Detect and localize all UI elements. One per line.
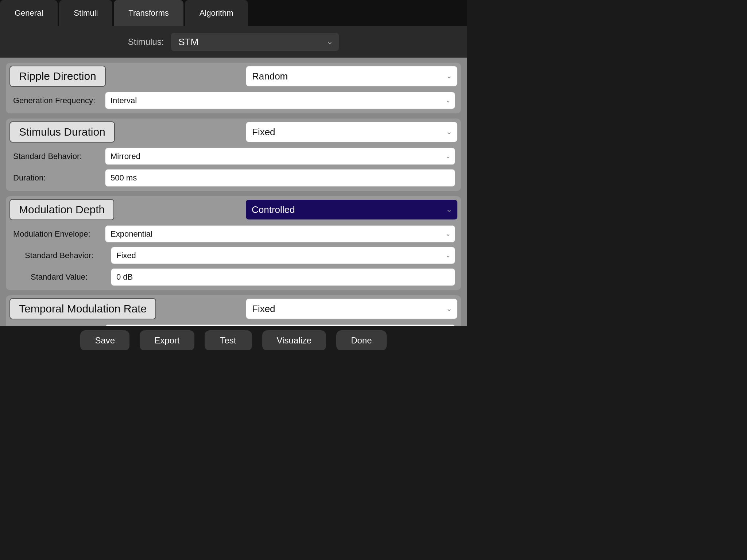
stimulus-dropdown-wrapper: STM STM2 Noise (171, 33, 339, 51)
standard-value-row: Standard Value: (6, 266, 461, 290)
generation-frequency-row: Generation Frequency: Interval Fixed Ran… (6, 90, 461, 113)
temporal-modulation-rate-mode-wrapper: Fixed Random Controlled (156, 295, 461, 322)
stimulus-duration-mode-wrapper: Fixed Random Controlled (115, 118, 461, 145)
modulation-depth-header: Modulation Depth Controlled Fixed Random (6, 196, 461, 223)
modulation-depth-title: Modulation Depth (9, 199, 114, 220)
tab-general[interactable]: General (0, 0, 58, 26)
modulation-depth-mode-select[interactable]: Controlled Fixed Random (246, 200, 457, 219)
standard-behavior-label-mod: Standard Behavior: (19, 251, 107, 260)
ripple-direction-mode-wrapper: Random Fixed Controlled (106, 63, 461, 90)
stimulus-label: Stimulus: (128, 37, 164, 47)
standard-behavior-label-duration: Standard Behavior: (13, 152, 101, 161)
export-button[interactable]: Export (140, 330, 194, 350)
standard-behavior-select-wrapper-tmr: Mirrored Fixed Random (105, 324, 455, 326)
standard-behavior-select-tmr[interactable]: Mirrored Fixed Random (105, 324, 455, 326)
standard-behavior-row-mod: Standard Behavior: Fixed Random Mirrored (6, 245, 461, 266)
temporal-modulation-rate-title: Temporal Modulation Rate (9, 298, 156, 319)
modulation-depth-mode-wrapper: Controlled Fixed Random (114, 196, 461, 223)
standard-value-input[interactable] (111, 268, 455, 286)
stimulus-duration-header: Stimulus Duration Fixed Random Controlle… (6, 118, 461, 145)
tab-transforms[interactable]: Transforms (114, 0, 183, 26)
save-button[interactable]: Save (80, 330, 129, 350)
standard-behavior-select-duration[interactable]: Mirrored Fixed Random (105, 148, 455, 165)
done-button[interactable]: Done (336, 330, 386, 350)
ripple-direction-header: Ripple Direction Random Fixed Controlled (6, 63, 461, 90)
stimulus-row: Stimulus: STM STM2 Noise (0, 26, 467, 58)
modulation-depth-panel: Modulation Depth Controlled Fixed Random… (6, 196, 461, 290)
standard-behavior-select-wrapper-duration: Mirrored Fixed Random (105, 148, 455, 165)
standard-behavior-select-wrapper-mod: Fixed Random Mirrored (111, 247, 455, 264)
stimulus-duration-title: Stimulus Duration (9, 121, 115, 143)
temporal-modulation-rate-panel: Temporal Modulation Rate Fixed Random Co… (6, 295, 461, 326)
ripple-direction-panel: Ripple Direction Random Fixed Controlled… (6, 63, 461, 113)
stimulus-duration-mode-select[interactable]: Fixed Random Controlled (246, 122, 457, 142)
generation-frequency-select[interactable]: Interval Fixed Random (105, 92, 455, 109)
modulation-envelope-select-wrapper: Exponential Linear Fixed (105, 225, 455, 242)
modulation-envelope-select[interactable]: Exponential Linear Fixed (105, 225, 455, 242)
test-button[interactable]: Test (205, 330, 252, 350)
standard-value-label: Standard Value: (19, 272, 107, 282)
stimulus-select[interactable]: STM STM2 Noise (171, 33, 339, 51)
modulation-envelope-label: Modulation Envelope: (13, 229, 101, 239)
standard-behavior-row-duration: Standard Behavior: Mirrored Fixed Random (6, 145, 461, 167)
ripple-direction-mode-select[interactable]: Random Fixed Controlled (246, 66, 457, 86)
ripple-direction-title: Ripple Direction (9, 66, 106, 87)
standard-behavior-row-tmr: Standard Behavior: Mirrored Fixed Random (6, 322, 461, 326)
temporal-modulation-rate-header: Temporal Modulation Rate Fixed Random Co… (6, 295, 461, 322)
duration-label: Duration: (13, 173, 101, 183)
duration-input[interactable] (105, 169, 455, 187)
action-bar: Save Export Test Visualize Done (0, 326, 467, 350)
visualize-button[interactable]: Visualize (262, 330, 326, 350)
standard-behavior-select-mod[interactable]: Fixed Random Mirrored (111, 247, 455, 264)
generation-frequency-label: Generation Frequency: (13, 96, 101, 105)
nav-tabs: General Stimuli Transforms Algorithm (0, 0, 467, 26)
tab-stimuli[interactable]: Stimuli (59, 0, 112, 26)
duration-row: Duration: (6, 167, 461, 191)
modulation-envelope-row: Modulation Envelope: Exponential Linear … (6, 223, 461, 245)
main-content: Ripple Direction Random Fixed Controlled… (0, 58, 467, 326)
tab-algorithm[interactable]: Algorithm (185, 0, 248, 26)
temporal-modulation-rate-mode-select[interactable]: Fixed Random Controlled (246, 299, 457, 319)
stimulus-duration-panel: Stimulus Duration Fixed Random Controlle… (6, 118, 461, 191)
generation-frequency-select-wrapper: Interval Fixed Random (105, 92, 455, 109)
